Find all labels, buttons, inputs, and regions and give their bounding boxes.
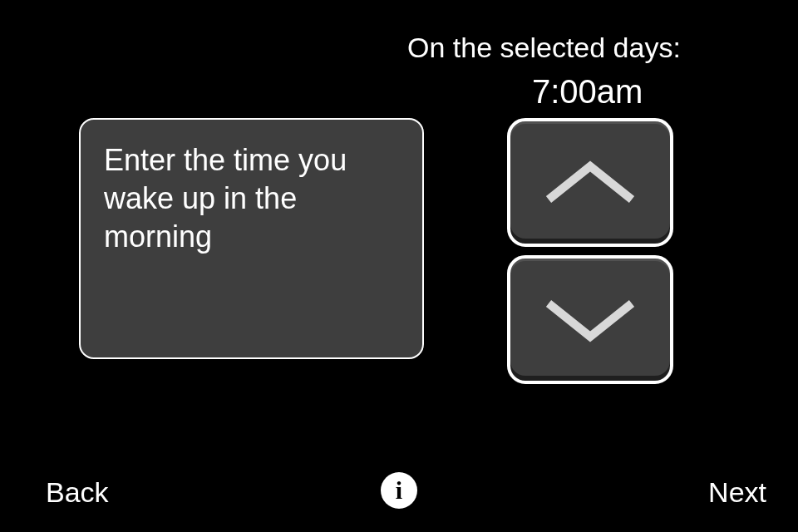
back-button[interactable]: Back	[46, 476, 109, 509]
time-decrease-button[interactable]	[507, 255, 673, 384]
header-label: On the selected days:	[407, 32, 681, 64]
instruction-text: Enter the time you wake up in the mornin…	[104, 141, 399, 256]
time-stepper	[507, 118, 673, 384]
next-button[interactable]: Next	[708, 476, 766, 509]
chevron-down-icon	[536, 291, 644, 349]
info-icon: i	[396, 476, 402, 505]
time-value: 7:00am	[532, 73, 643, 111]
time-increase-button[interactable]	[507, 118, 673, 247]
info-button[interactable]: i	[381, 472, 417, 509]
chevron-up-icon	[536, 154, 644, 212]
instruction-panel: Enter the time you wake up in the mornin…	[79, 118, 424, 359]
